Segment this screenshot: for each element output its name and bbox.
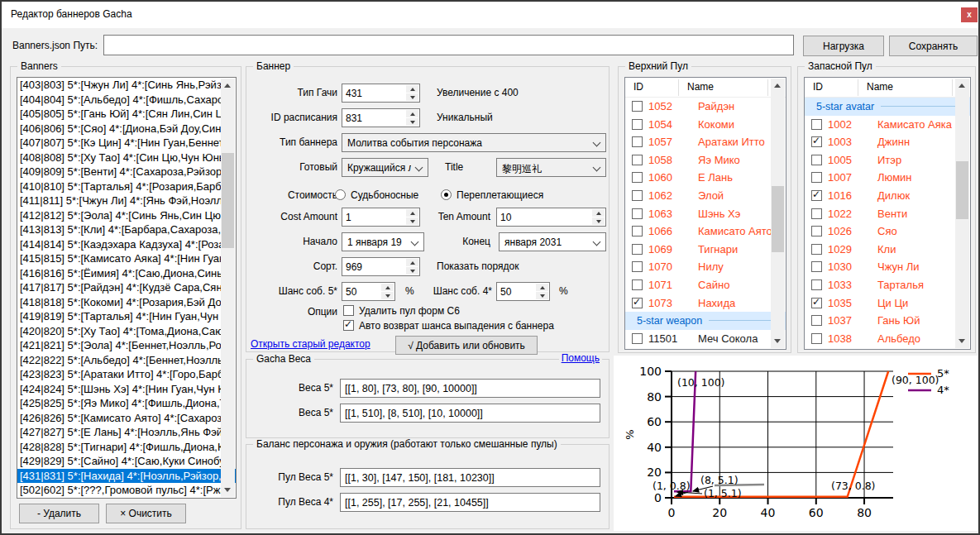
row-checkbox[interactable] <box>811 119 822 130</box>
row-checkbox[interactable] <box>632 279 643 290</box>
old-editor-link[interactable]: Открыть старый редактор <box>251 338 370 350</box>
row-checkbox[interactable] <box>632 101 643 112</box>
spin-down-icon[interactable] <box>406 267 418 275</box>
row-checkbox[interactable] <box>632 333 643 344</box>
fallback-pool-header[interactable]: ID Name <box>805 78 970 98</box>
banner-list-item[interactable]: [412|812] 5*:[Эола] 4*:[Синь Янь,Син Цю, <box>17 208 236 223</box>
row-checkbox[interactable] <box>632 155 643 165</box>
pool-row[interactable]: 1038Альбедо <box>805 330 970 348</box>
pool-row[interactable]: 1052Райдэн <box>625 98 786 116</box>
spin-down-icon[interactable] <box>536 292 548 299</box>
banner-list-item[interactable]: [420|820] 5*:[Ху Тао] 4*:[Тома,Диона,Саю… <box>17 324 236 339</box>
pool-row[interactable]: 1069Тигнари <box>625 241 786 259</box>
spin-down-icon[interactable] <box>381 292 394 299</box>
row-checkbox[interactable] <box>632 136 643 147</box>
title-select[interactable]: 黎明巡礼 <box>496 158 606 177</box>
row-checkbox[interactable] <box>811 315 822 326</box>
banner-list-item[interactable]: [415|815] 5*:[Камисато Аяка] 4*:[Нин Гуа… <box>17 251 236 266</box>
banner-list-item[interactable]: [417|817] 5*:[Райдэн] 4*:[Кудзё Сара,Сян… <box>17 280 236 295</box>
pool-row[interactable]: 1058Яэ Мико <box>625 151 786 170</box>
row-checkbox[interactable] <box>632 172 643 183</box>
row-checkbox[interactable] <box>632 226 643 236</box>
scroll-up-icon[interactable] <box>955 79 969 93</box>
pool-weights4-input[interactable] <box>340 493 600 512</box>
spin-down-icon[interactable] <box>406 217 418 225</box>
scroll-down-icon[interactable] <box>221 483 235 497</box>
banner-list-item[interactable]: [427|827] 5*:[Е Лань] 4*:[Ноэлль,Янь Фэй… <box>17 425 236 440</box>
row-checkbox[interactable] <box>811 261 822 272</box>
cost-amount-input[interactable]: 1 <box>342 208 420 227</box>
upper-pool-table[interactable]: ID Name 1052Райдэн1054Кокоми1057Аратаки … <box>624 77 786 350</box>
scroll-up-icon[interactable] <box>771 79 785 93</box>
row-checkbox[interactable] <box>811 333 822 344</box>
row-checkbox[interactable] <box>811 208 822 219</box>
fallback-pool-table[interactable]: ID Name 5-star avatar1002Камисато Аяка10… <box>804 77 971 350</box>
pool-row[interactable]: 1030Чжун Ли <box>805 258 970 276</box>
option2-checkbox[interactable] <box>343 320 354 331</box>
col-name[interactable]: Name <box>867 81 893 93</box>
pool-row[interactable]: 1026Сяо <box>805 222 970 241</box>
ten-amount-input[interactable]: 10 <box>496 208 606 227</box>
pool-row[interactable]: 1037Гань Юй <box>805 312 970 330</box>
clear-banners-button[interactable]: × Очистить <box>106 504 186 523</box>
banner-list-item[interactable]: [413|813] 5*:[Кли] 4*:[Барбара,Сахароза,… <box>17 222 236 237</box>
spin-up-icon[interactable] <box>592 209 605 217</box>
spin-up-icon[interactable] <box>406 110 418 117</box>
pool-row[interactable]: 1063Шэнь Хэ <box>625 205 786 223</box>
spin-down-icon[interactable] <box>592 217 605 225</box>
row-checkbox[interactable] <box>811 244 822 255</box>
option1-checkbox[interactable] <box>343 305 354 316</box>
banners-scrollbar[interactable] <box>221 79 235 497</box>
prefab-select[interactable]: Кружащийся л <box>342 158 428 177</box>
row-checkbox[interactable] <box>811 190 822 201</box>
pool-row[interactable]: 11501Меч Сокола <box>625 330 786 348</box>
col-id[interactable]: ID <box>633 81 643 93</box>
cost-option-intertwined[interactable]: Переплетающиеся <box>457 186 543 204</box>
delete-banner-button[interactable]: - Удалить <box>19 504 99 523</box>
scroll-thumb[interactable] <box>222 153 234 248</box>
banner-list-item[interactable]: [411|811] 5*:[Чжун Ли] 4*:[Янь Фэй,Ноэлл <box>17 193 236 208</box>
path-input[interactable] <box>103 35 794 55</box>
banner-list-item[interactable]: [423|823] 5*:[Аратаки Итто] 4*:[Горо,Бар… <box>17 367 236 382</box>
banner-list-item[interactable]: [419|819] 5*:[Тарталья] 4*:[Нин Гуан,Чун… <box>17 309 236 324</box>
pool-row[interactable]: 1060Е Лань <box>625 169 786 187</box>
pool-row[interactable]: 1073Нахида <box>625 294 786 313</box>
banner-list-item[interactable]: [425|825] 5*:[Яэ Мико] 4*:[Фишль,Диона,Т <box>17 396 236 411</box>
cost-option-fate[interactable]: Судьбоносные <box>351 186 418 204</box>
upper-pool-header[interactable]: ID Name <box>625 78 786 98</box>
pool-row[interactable]: 1029Кли <box>805 241 970 259</box>
banner-list-item[interactable]: [428|828] 5*:[Тигнари] 4*:[Фишль,Диона,К <box>17 440 236 455</box>
banner-list-item[interactable]: [407|807] 5*:[Кэ Цин] 4*:[Нин Гуан,Бенне… <box>17 136 236 150</box>
spin-up-icon[interactable] <box>381 284 394 291</box>
banner-list-item[interactable]: [406|806] 5*:[Сяо] 4*:[Диона,Бэй Доу,Син <box>17 122 236 136</box>
pool-row[interactable]: 1054Кокоми <box>625 116 786 134</box>
row-checkbox[interactable] <box>632 119 643 130</box>
row-checkbox[interactable] <box>811 298 822 308</box>
row-checkbox[interactable] <box>632 208 643 219</box>
pool-row[interactable]: 1016Дилюк <box>805 187 970 205</box>
banner-list-item[interactable]: [424|824] 5*:[Шэнь Хэ] 4*:[Нин Гуан,Чун … <box>17 382 236 397</box>
spin-up-icon[interactable] <box>406 209 418 217</box>
spin-down-icon[interactable] <box>406 118 418 126</box>
col-name[interactable]: Name <box>687 81 714 93</box>
close-button[interactable]: x <box>961 7 978 22</box>
add-update-button[interactable]: √ Добавить или обновить <box>395 336 538 355</box>
load-button[interactable]: Нагрузка <box>803 36 884 56</box>
chance4-input[interactable]: 50 <box>496 282 550 301</box>
banner-list-item[interactable]: [502|602] 5*:[???,Громовой пульс] 4*:[Рж… <box>17 483 236 498</box>
banner-list-item[interactable]: [414|814] 5*:[Каэдэхара Кадзуха] 4*:[Роз… <box>17 237 236 252</box>
scroll-down-icon[interactable] <box>955 334 969 348</box>
row-checkbox[interactable] <box>632 261 643 272</box>
row-checkbox[interactable] <box>811 136 822 147</box>
spin-up-icon[interactable] <box>406 85 418 93</box>
banner-list-item[interactable]: [429|829] 5*:[Сайно] 4*:[Саю,Куки Синобу <box>17 454 236 469</box>
pool-row[interactable]: 1007Люмин <box>805 169 970 187</box>
scroll-thumb[interactable] <box>956 161 968 219</box>
chance5-input[interactable]: 50 <box>342 282 395 301</box>
banner-list-item[interactable]: [416|816] 5*:[Ёимия] 4*:[Саю,Диона,Синь <box>17 266 236 281</box>
pool-row[interactable]: 1035Ци Ци <box>805 294 970 313</box>
gacha-type-input[interactable]: 431 <box>342 84 420 103</box>
banner-list-item[interactable]: [403|803] 5*:[Чжун Ли] 4*:[Синь Янь,Рэйз… <box>17 78 236 93</box>
option1-label[interactable]: Удалить пул форм С6 <box>359 304 460 318</box>
row-checkbox[interactable] <box>632 298 643 308</box>
